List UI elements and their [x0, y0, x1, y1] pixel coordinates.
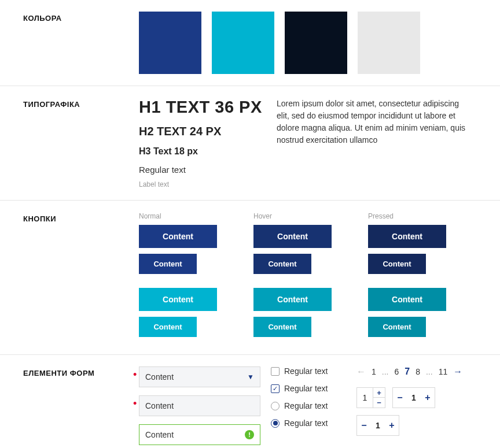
- checkbox-checked-row[interactable]: ✓ Regular text: [271, 384, 346, 393]
- state-label-pressed: Pressed: [368, 212, 472, 220]
- btn-cyan-lg-normal[interactable]: Content: [139, 288, 217, 311]
- buttons-normal-col: Normal Content Content Content Content: [139, 212, 243, 343]
- buttons-pressed-col: Pressed Content Content Content Content: [368, 212, 472, 343]
- buttons-body: Normal Content Content Content Content H…: [139, 212, 500, 343]
- stepper-value: 1: [371, 421, 385, 430]
- checkbox-label: Regular text: [284, 384, 328, 393]
- radio-icon: [271, 402, 280, 410]
- checkbox-checked-icon: ✓: [271, 384, 280, 393]
- forms-section: ЕЛЕМЕНТИ ФОРМ • Content ▼ • Content !: [0, 355, 500, 448]
- page-next-icon[interactable]: →: [453, 366, 462, 377]
- btn-cyan-sm-pressed[interactable]: Content: [368, 317, 426, 337]
- checkbox-unchecked-row[interactable]: Regular text: [271, 366, 346, 376]
- steppers-row-2: − 1 +: [356, 415, 484, 436]
- radio-checked-icon: [271, 419, 280, 428]
- radio-checked-row[interactable]: Regular text: [271, 419, 346, 428]
- chevron-down-icon: ▼: [247, 373, 254, 381]
- h3-sample: H3 Text 18 px: [139, 146, 266, 157]
- btn-blue-lg-normal[interactable]: Content: [139, 225, 217, 248]
- stepper-value: 1: [357, 388, 373, 408]
- stepper-vertical: 1 + −: [356, 387, 385, 408]
- stepper-increment[interactable]: +: [385, 416, 399, 435]
- checkbox-label: Regular text: [284, 366, 328, 376]
- stepper-increment[interactable]: +: [421, 388, 435, 408]
- stepper-horizontal-2: − 1 +: [356, 415, 399, 436]
- section-label-typography: ТИПОГРАФІКА: [23, 98, 139, 188]
- text-input-success-wrap: Content !: [139, 424, 260, 445]
- state-label-hover: Hover: [253, 212, 358, 220]
- swatch-blue: [139, 12, 201, 74]
- input-success-value: Content: [145, 430, 174, 439]
- radio-unchecked-row[interactable]: Regular text: [271, 401, 346, 410]
- stepper-decrement[interactable]: −: [393, 388, 407, 408]
- page-dots: ...: [426, 367, 433, 376]
- label-sample: Label text: [139, 180, 266, 188]
- swatch-grey: [358, 12, 420, 74]
- typography-samples: H1 TEXT 36 PX H2 TEXT 24 PX H3 Text 18 p…: [139, 98, 266, 188]
- colors-section: КОЛЬОРА: [0, 0, 500, 86]
- btn-blue-lg-hover[interactable]: Content: [253, 225, 332, 248]
- swatch-dark: [285, 12, 347, 74]
- buttons-section: КНОПКИ Normal Content Content Content Co…: [0, 201, 500, 355]
- checks-col: Regular text ✓ Regular text Regular text…: [271, 366, 346, 448]
- page-8[interactable]: 8: [416, 367, 420, 376]
- stepper-value: 1: [407, 393, 421, 402]
- typography-section: ТИПОГРАФІКА H1 TEXT 36 PX H2 TEXT 24 PX …: [0, 86, 500, 201]
- regular-sample: Regular text: [139, 165, 266, 175]
- section-label-colors: КОЛЬОРА: [23, 12, 139, 74]
- select-value: Content: [145, 372, 174, 382]
- steppers-row-1: 1 + − − 1 +: [356, 387, 484, 408]
- success-icon: !: [245, 430, 254, 439]
- typography-body: H1 TEXT 36 PX H2 TEXT 24 PX H3 Text 18 p…: [139, 98, 500, 188]
- radio-label: Regular text: [284, 401, 328, 410]
- checkbox-icon: [271, 367, 280, 376]
- page-11[interactable]: 11: [439, 367, 448, 376]
- pagination-col: ← 1 ... 6 7 8 ... 11 → 1 + −: [356, 366, 484, 448]
- inputs-col: • Content ▼ • Content !: [139, 366, 260, 448]
- btn-blue-lg-pressed[interactable]: Content: [368, 225, 446, 248]
- swatch-cyan: [212, 12, 274, 74]
- stepper-decrement[interactable]: −: [373, 398, 385, 408]
- btn-cyan-sm-normal[interactable]: Content: [139, 317, 197, 337]
- btn-blue-sm-pressed[interactable]: Content: [368, 254, 426, 274]
- paragraph-sample: Lorem ipsum dolor sit amet, consectetur …: [277, 98, 468, 188]
- btn-cyan-sm-hover[interactable]: Content: [253, 317, 311, 337]
- btn-blue-sm-normal[interactable]: Content: [139, 254, 197, 274]
- text-input-wrap: •: [139, 395, 260, 416]
- section-label-forms: ЕЛЕМЕНТИ ФОРМ: [23, 366, 139, 448]
- stepper-horizontal: − 1 +: [392, 387, 435, 408]
- section-label-buttons: КНОПКИ: [23, 212, 139, 343]
- page-7-current[interactable]: 7: [405, 366, 410, 377]
- select-input[interactable]: Content ▼: [139, 366, 260, 387]
- btn-cyan-lg-pressed[interactable]: Content: [368, 288, 446, 311]
- pagination: ← 1 ... 6 7 8 ... 11 →: [356, 366, 484, 377]
- forms-body: • Content ▼ • Content ! Regular text: [139, 366, 500, 448]
- stepper-increment[interactable]: +: [373, 388, 385, 398]
- stepper-decrement[interactable]: −: [357, 416, 371, 435]
- buttons-hover-col: Hover Content Content Content Content: [253, 212, 358, 343]
- btn-blue-sm-hover[interactable]: Content: [253, 254, 311, 274]
- page-prev-icon[interactable]: ←: [356, 366, 366, 377]
- page-dots: ...: [382, 367, 389, 376]
- page-6[interactable]: 6: [394, 367, 399, 376]
- page-1[interactable]: 1: [372, 367, 376, 376]
- stepper-buttons: + −: [373, 388, 385, 408]
- text-input-success[interactable]: Content !: [139, 424, 260, 445]
- text-input[interactable]: [139, 395, 260, 416]
- h2-sample: H2 TEXT 24 PX: [139, 125, 266, 138]
- h1-sample: H1 TEXT 36 PX: [139, 98, 266, 117]
- select-wrap: • Content ▼: [139, 366, 260, 387]
- state-label-normal: Normal: [139, 212, 243, 220]
- btn-cyan-lg-hover[interactable]: Content: [253, 288, 332, 311]
- radio-label: Regular text: [284, 419, 328, 428]
- color-swatches: [139, 12, 500, 74]
